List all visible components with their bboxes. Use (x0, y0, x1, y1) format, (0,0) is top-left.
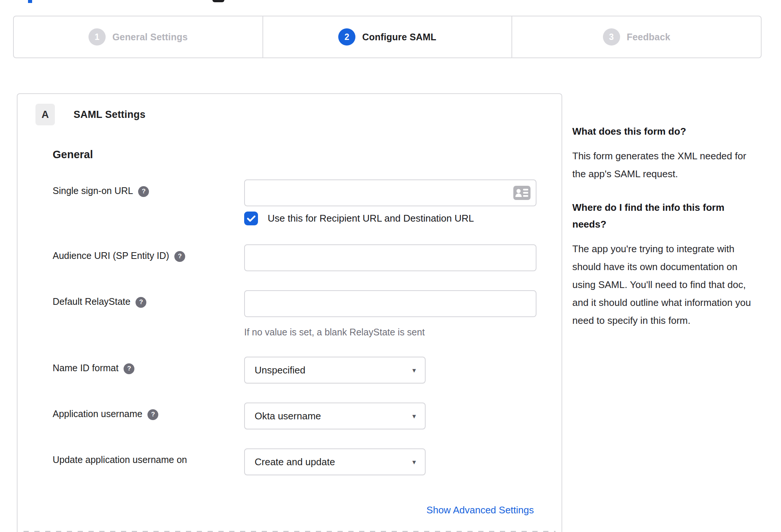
sidebar-body-where: The app you're trying to integrate with … (572, 240, 761, 329)
chevron-down-icon: ▾ (412, 458, 416, 466)
recipient-url-checkbox-label: Use this for Recipient URL and Destinati… (268, 213, 474, 224)
panel-header: A SAML Settings (35, 104, 544, 125)
step-label: General Settings (112, 32, 188, 43)
contact-card-icon[interactable] (513, 186, 530, 200)
saml-form: Single sign-on URL? (35, 179, 544, 516)
show-advanced-settings-link[interactable]: Show Advanced Settings (426, 504, 534, 516)
single-sign-on-url-input[interactable] (244, 179, 536, 206)
saml-settings-panel: A SAML Settings General Single sign-on U… (17, 93, 562, 532)
sidebar-heading-what: What does this form do? (572, 123, 761, 140)
application-username-select[interactable]: Okta username ▾ (244, 403, 426, 429)
checkmark-icon (247, 215, 256, 222)
step-label: Configure SAML (362, 32, 436, 43)
single-sign-on-url-label: Single sign-on URL (53, 185, 133, 196)
sidebar-body-what: This form generates the XML needed for t… (572, 147, 761, 183)
panel-title: SAML Settings (74, 109, 146, 121)
help-icon[interactable]: ? (138, 186, 149, 197)
help-icon[interactable]: ? (136, 297, 146, 308)
wizard-stepper: 1 General Settings 2 Configure SAML 3 Fe… (13, 16, 762, 58)
select-value: Create and update (255, 456, 335, 468)
step-feedback[interactable]: 3 Feedback (511, 16, 761, 57)
form-row-audience-uri: Audience URI (SP Entity ID)? (35, 244, 544, 271)
default-relaystate-input[interactable] (244, 290, 536, 317)
help-icon[interactable]: ? (147, 409, 158, 420)
chevron-down-icon: ▾ (412, 412, 416, 420)
form-row-update-application-username: Update application username on Create an… (35, 448, 544, 475)
form-row-name-id-format: Name ID format? Unspecified ▾ (35, 357, 544, 384)
general-section-heading: General (53, 148, 544, 161)
help-sidebar: What does this form do? This form genera… (572, 123, 761, 346)
update-application-username-select[interactable]: Create and update ▾ (244, 448, 426, 475)
relaystate-hint: If no value is set, a blank RelayState i… (244, 327, 544, 338)
audience-uri-label: Audience URI (SP Entity ID) (53, 250, 169, 261)
recipient-url-checkbox[interactable] (244, 212, 258, 225)
form-row-single-sign-on-url: Single sign-on URL? (35, 179, 544, 225)
default-relaystate-label: Default RelayState (53, 296, 130, 307)
select-value: Unspecified (255, 364, 305, 376)
clipped-header-logo-fragment (212, 0, 224, 2)
step-general-settings[interactable]: 1 General Settings (14, 16, 262, 57)
step-number-badge: 1 (88, 28, 106, 46)
help-icon[interactable]: ? (174, 251, 185, 262)
application-username-label: Application username (53, 409, 142, 419)
step-configure-saml[interactable]: 2 Configure SAML (262, 16, 512, 57)
name-id-format-select[interactable]: Unspecified ▾ (244, 357, 426, 384)
step-label: Feedback (627, 32, 670, 43)
form-row-application-username: Application username? Okta username ▾ (35, 403, 544, 429)
sidebar-heading-where: Where do I find the info this form needs… (572, 199, 761, 233)
recipient-url-checkbox-row: Use this for Recipient URL and Destinati… (244, 212, 544, 225)
section-a-badge: A (35, 104, 55, 125)
chevron-down-icon: ▾ (412, 366, 416, 375)
form-row-default-relaystate: Default RelayState? If no value is set, … (35, 290, 544, 338)
clipped-header-blue-fragment (28, 0, 32, 3)
update-application-username-label: Update application username on (53, 454, 187, 465)
help-icon[interactable]: ? (124, 363, 134, 374)
select-value: Okta username (255, 410, 321, 422)
name-id-format-label: Name ID format (53, 363, 118, 373)
audience-uri-input[interactable] (244, 244, 536, 271)
step-number-badge: 3 (603, 28, 620, 46)
step-number-badge: 2 (338, 28, 355, 46)
